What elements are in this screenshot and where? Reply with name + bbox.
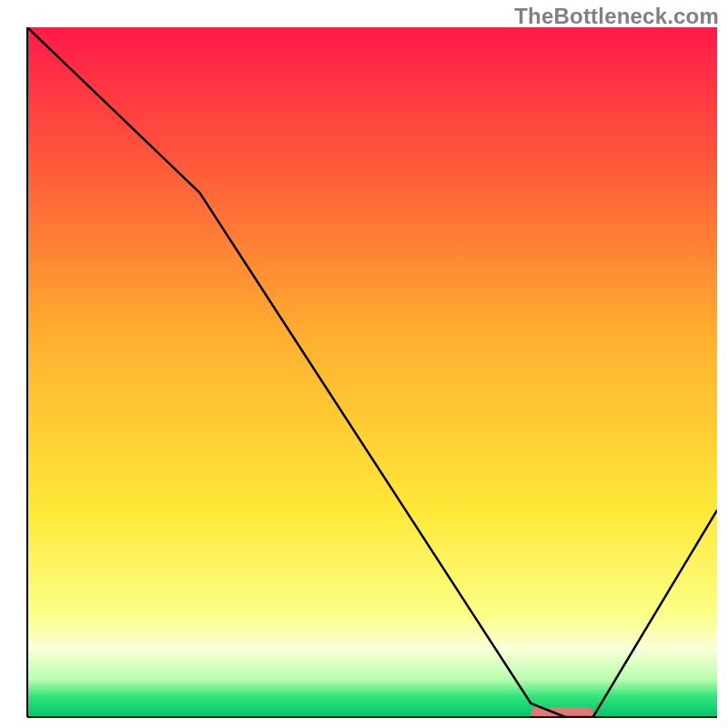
bottleneck-chart: TheBottleneck.com — [0, 0, 728, 728]
chart-svg — [0, 0, 728, 728]
watermark-label: TheBottleneck.com — [514, 4, 719, 29]
plot-background — [27, 27, 717, 717]
